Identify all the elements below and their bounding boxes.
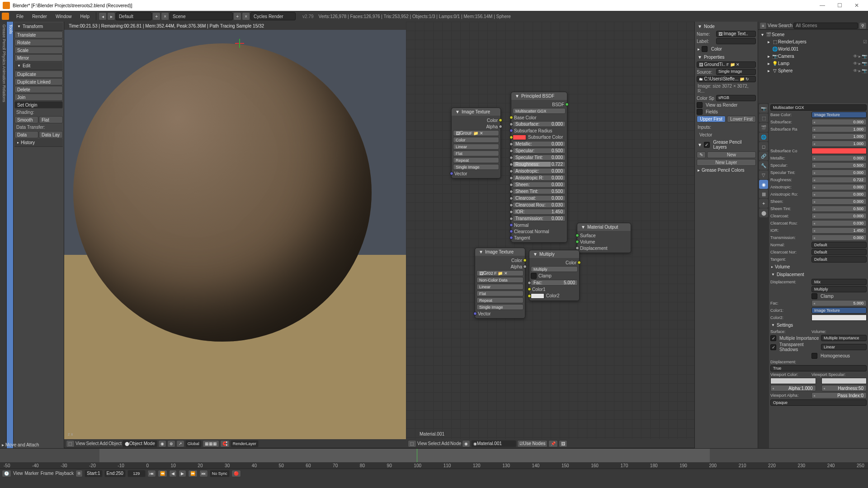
ior-value[interactable]: 1.450 bbox=[811, 227, 867, 234]
shader-type-icon[interactable]: ◉ bbox=[462, 440, 470, 447]
aniso-value[interactable]: 0.000 bbox=[811, 184, 867, 190]
subsurface-value[interactable]: 0.000 bbox=[811, 119, 867, 125]
panel-gp-colors[interactable]: ▸Grease Pencil Colors bbox=[696, 166, 757, 174]
menu-help[interactable]: Help bbox=[76, 14, 94, 19]
rotate-button[interactable]: Rotate bbox=[14, 39, 63, 46]
section-displacement[interactable]: ▼Displacement bbox=[770, 271, 867, 278]
clamp-checkbox[interactable] bbox=[531, 273, 537, 279]
close-button[interactable]: ✕ bbox=[848, 2, 865, 9]
image-selector[interactable]: 🖼 Grou F 📁 ✕ bbox=[453, 130, 499, 136]
disp-method-dropdown[interactable]: True bbox=[770, 365, 867, 371]
panel-node[interactable]: ▼Node bbox=[696, 23, 757, 30]
mirror-button[interactable]: Mirror bbox=[14, 54, 63, 61]
menu-file[interactable]: File bbox=[12, 14, 28, 19]
spectint-slider[interactable]: Specular Tint:0.000 bbox=[513, 155, 566, 160]
join-button[interactable]: Join bbox=[14, 94, 63, 101]
tree-row-scene[interactable]: ▾🎬Scene bbox=[759, 31, 867, 38]
metallic-slider[interactable]: Metallic:0.000 bbox=[513, 141, 566, 147]
section-settings[interactable]: ▼Settings bbox=[770, 321, 867, 329]
pin-icon[interactable]: 📌 bbox=[548, 440, 558, 447]
fac-slider[interactable]: Fac:5.000 bbox=[531, 280, 578, 286]
filepath-input[interactable]: 🖿 C:\Users\Steffe... 📁 ↻ bbox=[697, 76, 756, 82]
node-header[interactable]: ▼Principled BSDF bbox=[511, 92, 567, 100]
tab-world[interactable]: 🌐 bbox=[759, 132, 768, 141]
set-origin-dropdown[interactable]: Set Origin bbox=[14, 101, 63, 108]
tl-menu-marker[interactable]: Marker bbox=[25, 471, 39, 476]
snap-icon[interactable]: 🧲 bbox=[220, 440, 230, 447]
panel-gp-layers[interactable]: ▼✓Grease Pencil Layers bbox=[696, 138, 757, 151]
vp-menu-view[interactable]: View bbox=[75, 441, 85, 446]
sheen-slider[interactable]: Sheen:0.000 bbox=[513, 182, 566, 188]
trans-value[interactable]: 0.000 bbox=[811, 235, 867, 241]
clearrough-slider[interactable]: Clearcoat Rou:0.030 bbox=[513, 202, 566, 208]
jump-end-icon[interactable]: ⏭ bbox=[199, 470, 208, 477]
interp-dropdown[interactable]: Linear bbox=[476, 284, 524, 290]
tab-texture[interactable]: ▦ bbox=[759, 189, 768, 198]
anisor-value[interactable]: 0.000 bbox=[811, 191, 867, 197]
homo-checkbox[interactable] bbox=[811, 353, 817, 359]
projection-dropdown[interactable]: Flat bbox=[453, 150, 499, 156]
new-gp-button[interactable]: New bbox=[707, 151, 756, 158]
ne-menu-add[interactable]: Add bbox=[441, 441, 449, 446]
orientation-dropdown[interactable]: Global bbox=[185, 440, 202, 447]
filter-icon[interactable]: ⚲ bbox=[859, 22, 867, 29]
source-dropdown[interactable]: Single Image bbox=[716, 69, 756, 75]
tab-render[interactable]: 📷 bbox=[759, 104, 768, 113]
hardness-value[interactable]: Hardness: 50 bbox=[821, 385, 867, 391]
out-menu-search[interactable]: Search bbox=[778, 23, 793, 28]
tab-scene[interactable]: 🎬 bbox=[759, 123, 768, 132]
extension-dropdown[interactable]: Repeat bbox=[476, 297, 524, 303]
vp-menu-add[interactable]: Add bbox=[99, 441, 108, 446]
mis-dropdown[interactable]: Multiple Importance bbox=[821, 335, 867, 341]
clearcoat-slider[interactable]: Clearcoat:0.000 bbox=[513, 195, 566, 201]
data-button[interactable]: Data bbox=[14, 131, 38, 138]
screen-layout-dropdown[interactable]: Default bbox=[116, 12, 152, 20]
outliner-filter-dropdown[interactable]: All Scenes bbox=[793, 23, 858, 29]
image-selector[interactable]: 🖼 Gro 2 F 📁 ✕ bbox=[476, 270, 524, 276]
clearcoat-value[interactable]: 0.000 bbox=[811, 213, 867, 219]
color2-swatch[interactable] bbox=[531, 293, 544, 299]
minimize-button[interactable]: — bbox=[814, 2, 831, 9]
color2-swatch[interactable] bbox=[811, 314, 867, 321]
back-button[interactable]: ◂ bbox=[99, 12, 107, 20]
last-operator-panel[interactable]: ▸ Move and Attach bbox=[2, 442, 39, 447]
blend-mode-dropdown[interactable]: Opaque bbox=[770, 399, 867, 406]
material-properties[interactable]: Multiscatter GGX Base Color:Image Textur… bbox=[769, 103, 868, 448]
play-reverse-icon[interactable]: ◀ bbox=[169, 470, 177, 477]
alpha-value[interactable]: Alpha: 1.000 bbox=[770, 385, 816, 391]
subrad-value[interactable]: 1.000 bbox=[811, 141, 867, 147]
renderlayer-dropdown[interactable]: RenderLayer bbox=[231, 440, 259, 447]
ne-menu-node[interactable]: Node bbox=[450, 441, 461, 446]
view-as-render-checkbox[interactable] bbox=[697, 102, 703, 108]
distribution-dropdown[interactable]: Multiscatter GGX bbox=[770, 104, 867, 111]
basecolor-link[interactable]: Image Texture bbox=[811, 112, 867, 118]
node-principled-bsdf[interactable]: ▼Principled BSDF BSDF Multiscatter GGX B… bbox=[511, 92, 567, 243]
trans-slider[interactable]: Transmission:0.000 bbox=[513, 216, 566, 221]
editor-type-icon[interactable]: ⬚ bbox=[408, 440, 416, 447]
manipulator-gizmo[interactable] bbox=[235, 39, 244, 48]
tab-particles[interactable]: ✦ bbox=[759, 199, 768, 208]
tab-layers[interactable]: ⬚ bbox=[759, 113, 768, 122]
normal-dropdown[interactable]: Default bbox=[811, 242, 867, 248]
scene-add-button[interactable]: + bbox=[233, 12, 241, 20]
tree-row-lamp[interactable]: ▸💡Lamp👁▸📷 bbox=[759, 60, 867, 67]
node-editor[interactable]: ▼Image Texture Color Alpha 🖼 Grou F 📁 ✕ … bbox=[406, 22, 694, 448]
tshadows-checkbox[interactable]: ✓ bbox=[770, 344, 776, 350]
distribution-dropdown[interactable]: Multiscatter GGX bbox=[513, 108, 566, 114]
timeline[interactable]: -50-40-30-20-100102030405060708090100110… bbox=[0, 448, 868, 477]
node-material-output[interactable]: ▼Material Output Surface Volume Displace… bbox=[577, 223, 631, 253]
projection-dropdown[interactable]: Flat bbox=[476, 291, 524, 296]
duplicate-button[interactable]: Duplicate bbox=[14, 70, 63, 78]
subrad-value[interactable]: 1.000 bbox=[811, 133, 867, 140]
editor-type-icon[interactable]: 🕐 bbox=[2, 470, 11, 477]
section-volume[interactable]: ▸Volume bbox=[770, 263, 867, 271]
blend-dropdown[interactable]: Multiply bbox=[811, 286, 867, 292]
play-icon[interactable]: ▶ bbox=[179, 470, 186, 477]
sync-dropdown[interactable]: No Sync bbox=[210, 470, 230, 477]
interp-dropdown[interactable]: Linear bbox=[821, 344, 867, 350]
panel-color[interactable]: ▸Color bbox=[696, 45, 757, 53]
render-preview[interactable]: z x bbox=[64, 30, 406, 439]
ne-menu-view[interactable]: View bbox=[417, 441, 427, 446]
use-nodes-checkbox[interactable]: ☑ Use Nodes bbox=[517, 440, 547, 447]
translate-button[interactable]: Translate bbox=[14, 31, 63, 38]
